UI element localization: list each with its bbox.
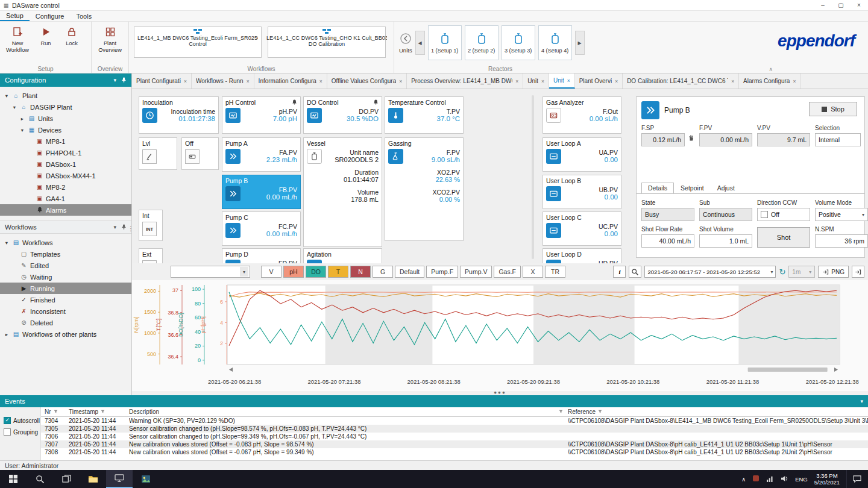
- fsp-field[interactable]: 0.12 mL/h: [641, 133, 685, 146]
- tree-item-mp8-1[interactable]: ▣MP8-1: [0, 136, 131, 147]
- tile-vessel[interactable]: Vessel Unit name SR020ODLS 2 Duration 01…: [303, 137, 382, 247]
- series-chip-t[interactable]: T: [328, 266, 348, 278]
- autoscroll-option[interactable]: Autoscroll: [4, 417, 39, 424]
- tab-close-icon[interactable]: ×: [567, 78, 570, 84]
- series-chip-gas-f[interactable]: Gas.F: [494, 266, 521, 278]
- language-indicator[interactable]: ENG: [795, 476, 808, 483]
- expander-icon[interactable]: ▾: [11, 104, 17, 110]
- direction-ccw-checkbox[interactable]: [761, 211, 768, 218]
- tab-plant-overvi[interactable]: Plant Overvi×: [575, 74, 623, 89]
- event-row-7304[interactable]: 73042021-05-20 11:44Warning OK (SP=30, P…: [41, 417, 868, 425]
- series-chip-n[interactable]: N: [350, 266, 371, 278]
- stop-button[interactable]: Stop: [809, 102, 857, 116]
- reactor-button-4[interactable]: 4 (Setup 4): [538, 25, 572, 60]
- process-chart[interactable]: N[rpm]500100015002000T[°C]36.436.636.837…: [132, 280, 868, 391]
- dasware-taskbar-button[interactable]: [106, 470, 133, 488]
- nspm-input[interactable]: 36 rpm: [815, 234, 868, 248]
- tile-ext[interactable]: Ext: [139, 248, 163, 263]
- tray-app-icon[interactable]: [752, 475, 760, 483]
- series-chip-x[interactable]: X: [523, 266, 543, 278]
- tile-user-loop-d[interactable]: User Loop D UD.PV: [542, 248, 621, 263]
- series-chip-tr[interactable]: TR: [545, 266, 565, 278]
- series-chip-g[interactable]: G: [373, 266, 393, 278]
- units-button[interactable]: Units: [399, 33, 412, 54]
- tile-temperature-control[interactable]: Temperature Control T.PV37.0 °C: [385, 96, 464, 134]
- tab-close-icon[interactable]: ×: [319, 78, 322, 84]
- filter-icon[interactable]: [598, 410, 602, 414]
- tile-inoculation[interactable]: Inoculation Inoculation time 01.01:27:38: [139, 96, 219, 134]
- tree-item-workflows[interactable]: ▾▤Workflows: [0, 237, 131, 248]
- tile-user-loop-b[interactable]: User Loop B UB.PV0.00: [542, 175, 621, 209]
- tree-item-deleted[interactable]: ⊘Deleted: [0, 317, 131, 328]
- chart-canvas[interactable]: N[rpm]500100015002000T[°C]36.436.636.837…: [132, 280, 868, 391]
- tree-item-devices[interactable]: ▾▦Devices: [0, 124, 131, 136]
- column-header-nr[interactable]: Nr: [45, 408, 51, 415]
- event-row-7306[interactable]: 73062021-05-20 11:44Sensor calibration c…: [41, 433, 868, 440]
- pin-icon[interactable]: [121, 77, 127, 84]
- tree-item-dasgip-plant[interactable]: ▾⌂DASGIP Plant: [0, 101, 131, 113]
- event-row-7308[interactable]: 73082021-05-20 11:44New calibration valu…: [41, 448, 868, 456]
- ribbon-collapse-icon[interactable]: ∧: [769, 66, 773, 72]
- tree-item-dasbox-mx44-1[interactable]: ▣DASbox-MX44-1: [0, 170, 131, 181]
- tab-unit[interactable]: Unit×: [523, 74, 549, 89]
- expander-icon[interactable]: ▸: [4, 331, 10, 337]
- tree-item-ph4po4l-1[interactable]: ▣PH4PO4L-1: [0, 147, 131, 158]
- sidebar-splitter[interactable]: ⋮: [128, 225, 134, 232]
- autoscroll-checkbox[interactable]: [4, 417, 11, 424]
- volume-mode-select[interactable]: Positive▾: [815, 208, 868, 221]
- column-header-reference[interactable]: Reference: [568, 408, 596, 415]
- taskbar-clock[interactable]: 3:36 PM5/20/2021: [814, 472, 840, 486]
- column-header-timestamp[interactable]: Timestamp: [69, 408, 98, 415]
- tile-pump-b[interactable]: Pump B FB.PV0.00 mL/h: [222, 175, 301, 209]
- expander-icon[interactable]: ▸: [19, 116, 25, 122]
- file-explorer-button[interactable]: [80, 470, 106, 488]
- tab-workflows-runn[interactable]: Workflows - Runn×: [192, 74, 254, 89]
- expander-icon[interactable]: ▾: [19, 127, 25, 133]
- menu-setup[interactable]: Setup: [0, 11, 30, 21]
- tile-pump-a[interactable]: Pump A FA.PV2.23 mL/h: [222, 137, 301, 172]
- tab-details[interactable]: Details: [641, 183, 674, 193]
- tab-plant-configurati[interactable]: Plant Configurati×: [132, 74, 192, 89]
- volume-icon[interactable]: [781, 475, 788, 483]
- tab-close-icon[interactable]: ×: [247, 78, 250, 84]
- grouping-option[interactable]: Grouping: [4, 428, 39, 436]
- tile-ph-control[interactable]: pH Control pH.PV7.00 pH: [222, 96, 301, 134]
- maximize-button[interactable]: ▢: [832, 0, 850, 10]
- tiles-scrollbar[interactable]: [532, 95, 534, 259]
- tab-close-icon[interactable]: ×: [184, 78, 187, 84]
- lock-button[interactable]: Lock: [59, 23, 84, 63]
- filter-icon[interactable]: [54, 410, 58, 414]
- direction-ccw-field[interactable]: Off: [757, 208, 810, 221]
- tab-close-icon[interactable]: ×: [399, 78, 402, 84]
- new-workflow-button[interactable]: New Workflow: [2, 23, 33, 63]
- tree-item-inconsistent[interactable]: ✗Inconsistent: [0, 305, 131, 317]
- time-range-dropdown[interactable]: 2021-05-20 06:17:57 - 2021-05-20 12:25:5…: [644, 266, 776, 278]
- reactor-button-1[interactable]: 1 (Setup 1): [428, 25, 462, 60]
- menu-configure[interactable]: Configure: [30, 11, 71, 21]
- grouping-checkbox[interactable]: [4, 428, 11, 436]
- tab-process-overview-le414-1-mb-dw[interactable]: Process Overview: LE414_1_MB DWC6 Testin…: [407, 74, 523, 89]
- info-button[interactable]: i: [613, 266, 626, 278]
- tile-lvl[interactable]: Lvl: [139, 137, 177, 170]
- series-chip-do[interactable]: DO: [306, 266, 326, 278]
- reactors-next-button[interactable]: ▶: [575, 31, 585, 55]
- reactors-prev-button[interactable]: ◀: [415, 31, 425, 55]
- plant-overview-button[interactable]: Plant Overview: [94, 23, 126, 63]
- shot-volume-input[interactable]: 1.0 mL: [699, 234, 752, 248]
- tile-pump-c[interactable]: Pump C FC.PV0.00 mL/h: [222, 211, 301, 246]
- tab-close-icon[interactable]: ×: [515, 78, 518, 84]
- reactor-button-3[interactable]: 3 (Setup 3): [502, 25, 535, 60]
- tab-close-icon[interactable]: ×: [615, 78, 618, 84]
- reactor-button-2[interactable]: 2 (Setup 2): [465, 25, 498, 60]
- menu-tools[interactable]: Tools: [70, 11, 98, 21]
- filter-icon[interactable]: [101, 410, 105, 414]
- selection-field[interactable]: Internal: [815, 133, 861, 146]
- pin-icon[interactable]: [121, 224, 127, 231]
- export-png-button[interactable]: PNG: [818, 266, 849, 278]
- series-chip-ph[interactable]: pH: [283, 266, 304, 278]
- shot-flow-rate-input[interactable]: 40.00 mL/h: [641, 234, 694, 248]
- close-button[interactable]: ×: [850, 0, 868, 10]
- network-icon[interactable]: [766, 475, 774, 483]
- event-row-7307[interactable]: 73072021-05-20 11:44New calibration valu…: [41, 440, 868, 448]
- expander-icon[interactable]: ▾: [4, 93, 10, 99]
